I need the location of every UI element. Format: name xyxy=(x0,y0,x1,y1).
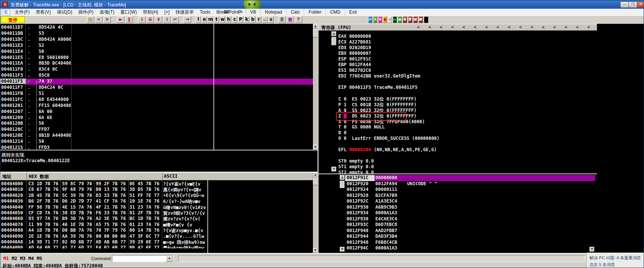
disasm-row[interactable]: 00401215.│FFD3call ebx└EnableWindow xyxy=(0,145,313,150)
windows-window-button[interactable]: w xyxy=(220,16,225,23)
dump-row[interactable]: 0040407011 99 7B 7646 1E 7B 76A5 75 7B 7… xyxy=(0,222,313,228)
stack-row[interactable]: 0012F930A6B9C9B3 xyxy=(319,204,595,211)
chevron-left-icon[interactable]: < xyxy=(462,25,465,30)
more-windows-button[interactable]: ... xyxy=(262,16,268,23)
chevron-left-icon[interactable]: < xyxy=(440,25,442,30)
menu-shortcut-p[interactable]: P xyxy=(234,9,246,15)
help-icon[interactable]: ? xyxy=(295,16,302,23)
disasm-row[interactable]: 0040120C.│FFD7call edi └GetDlgItem xyxy=(0,127,313,133)
dump-row[interactable]: 0040406093 97 7A 76B9 3D 7A 76A2 3E 7B 7… xyxy=(0,216,313,222)
threads-window-button[interactable]: t xyxy=(214,16,219,23)
dump-row[interactable]: 00404050CF CD 7A 7638 ED 7B 76F6 33 7B 7… xyxy=(0,210,313,216)
scroll-down-icon[interactable]: ▼ xyxy=(331,167,336,172)
stack-row[interactable]: 0012F91C00000000 xyxy=(319,175,595,181)
chevron-left-icon[interactable]: < xyxy=(428,25,431,30)
m-tab-m4[interactable]: M4 xyxy=(28,256,34,261)
menu-item-2[interactable]: 调试(D) xyxy=(54,9,75,15)
chevron-left-icon[interactable]: < xyxy=(508,25,510,30)
plugin-updown-icon[interactable]: ⇅ xyxy=(373,16,377,23)
pause-icon[interactable]: ∥ xyxy=(125,16,133,23)
chevron-left-icon[interactable]: < xyxy=(542,25,544,30)
dump-row[interactable]: 00404000C3 1D 7B 7659 8C 79 7699 2F 7B 7… xyxy=(0,181,313,187)
m-tab-m1[interactable]: M1 xyxy=(3,256,9,261)
disasm-row[interactable]: 0040120E.│8B1D A440400mov ebx,dword ptr … xyxy=(0,133,313,139)
restart-icon[interactable]: « xyxy=(95,16,103,23)
patches-window-button[interactable]: P xyxy=(238,16,243,23)
step-into-icon[interactable]: ↓ xyxy=(138,16,146,23)
disasm-row[interactable]: 00401207.│6A 00push 0x0┌Enable = FALSE xyxy=(0,109,313,115)
references-window-button[interactable]: r xyxy=(256,16,261,23)
animate-over-icon[interactable]: ⇂ xyxy=(163,16,171,23)
register-line[interactable]: ECX A227B681 xyxy=(338,39,371,45)
plugin-binary-icon[interactable]: 010 xyxy=(393,16,397,23)
disasm-row[interactable]: 00401214.│50push eaxhWnd = NULL xyxy=(0,139,313,145)
disasm-row[interactable]: 004011F5✓┌74 37je short TraceMe.0040122E xyxy=(0,79,313,85)
register-line[interactable]: EFL 00000206 (NO,NB,NE,A,NS,PE,GE,G) xyxy=(338,147,437,152)
register-line[interactable]: EBX 00000007 xyxy=(338,51,371,56)
memory-window-button[interactable]: m xyxy=(208,16,213,23)
options-icon[interactable]: ≣ xyxy=(278,16,286,23)
stack-row[interactable]: 0012F928B2CFA7B9 xyxy=(319,193,595,199)
go-to-address-icon[interactable]: → xyxy=(184,16,191,23)
plugin-jie-icon[interactable]: 解 xyxy=(418,16,423,23)
executables-window-button[interactable]: e xyxy=(202,16,207,23)
menu-shortcut-exit[interactable]: Exit xyxy=(345,9,361,15)
source-window-button[interactable]: s xyxy=(268,16,274,23)
disasm-row[interactable]: 004011F7.│8D4C24 0Clea ecx,dword ptr ss:… xyxy=(0,85,313,91)
menu-item-8[interactable]: 快捷菜单 xyxy=(173,9,197,15)
chevron-left-icon[interactable]: < xyxy=(519,25,522,30)
register-line[interactable]: ESI 002702C6 xyxy=(338,68,371,73)
combo-dropdown-icon[interactable]: ▼ xyxy=(166,256,173,262)
plugin-a-icon[interactable]: A xyxy=(378,16,382,23)
register-line[interactable]: EAX 00000000 xyxy=(338,34,371,39)
menu-shortcut-notepad[interactable]: Notepad xyxy=(260,9,286,15)
chevron-left-icon[interactable]: < xyxy=(417,25,420,30)
animate-into-icon[interactable]: ↡ xyxy=(155,16,162,23)
run-icon[interactable]: ► xyxy=(117,16,124,23)
close-program-icon[interactable]: × xyxy=(103,16,111,23)
chevron-left-icon[interactable]: < xyxy=(496,25,499,30)
stack-row[interactable]: 0012F93CD6D7EBC8 xyxy=(319,222,595,228)
menu-item-7[interactable]: [+] xyxy=(161,9,173,15)
chevron-left-icon[interactable]: < xyxy=(576,25,579,30)
stack-row[interactable]: 0012F92400000111 xyxy=(319,187,595,193)
scroll-thumb[interactable] xyxy=(331,37,336,45)
popup-message-1[interactable]: 解决 PC 问题: 4 条重要消息 xyxy=(590,255,641,261)
appearance-icon[interactable]: ▦ xyxy=(286,16,294,23)
plugin-blank-icon[interactable] xyxy=(424,16,428,23)
minimize-button[interactable]: — xyxy=(620,2,629,8)
disasm-row[interactable]: 004011FB.│51push ecx┌String2 = A227B681 … xyxy=(0,91,313,97)
disasm-row[interactable]: 004011E5.E8 56010000call TraceMe.0040134… xyxy=(0,55,313,61)
dump-row[interactable]: 00404080A4 1D 7B 76D0 BB 7A 7670 7F 79 7… xyxy=(0,228,313,234)
disasm-row[interactable]: 004011E4.50push eax xyxy=(0,49,313,55)
dump-row[interactable]: 004040A014 3D 71 7702 8D 6B 77AD AB 6B 7… xyxy=(0,239,313,245)
plugin-target-icon[interactable]: ◎ xyxy=(388,16,392,23)
menu-shortcut-bp[interactable]: BP xyxy=(219,9,234,15)
cpu-window-button[interactable]: c xyxy=(232,16,237,23)
plugin-ai-icon[interactable]: 爱 xyxy=(408,16,412,23)
stack-row[interactable]: 0012F944DAD3F3B4 xyxy=(319,234,595,240)
disasm-row[interactable]: 004011F3.85C0test eax,eax xyxy=(0,73,313,79)
scroll-up-icon[interactable]: ▲ xyxy=(331,31,336,36)
register-line[interactable]: ST2 empty 0.0 xyxy=(338,170,374,174)
dump-row[interactable]: 004040902E 1E 7B 76AA 39 7B 7600 00 00 0… xyxy=(0,234,313,240)
handles-window-button[interactable]: h xyxy=(226,16,231,23)
menu-item-5[interactable]: 窗口(W) xyxy=(117,9,140,15)
disasm-row[interactable]: 004011EA.8B3D BC40400mov edi,dword ptr d… xyxy=(0,60,313,67)
plugin-save-icon[interactable]: ▣ xyxy=(398,16,402,23)
dump-row[interactable]: 00404040FF 98 7B 764E 15 7A 764F 21 7B 7… xyxy=(0,204,313,211)
register-line[interactable]: EDI 776E42BB user32.GetDlgItem xyxy=(338,73,420,79)
stack-row[interactable]: 0012F938E4CAE3C4 xyxy=(319,216,595,222)
execute-till-return-icon[interactable]: ↵ xyxy=(171,16,179,23)
chevron-left-icon[interactable]: < xyxy=(565,25,567,30)
menu-item-6[interactable]: 帮助(H) xyxy=(140,9,162,15)
menu-item-4[interactable]: 选项(T) xyxy=(96,9,117,15)
dump-row[interactable]: 00404010C8 67 7B 769F 68 79 76D0 13 7B 7… xyxy=(0,187,313,193)
breakpoints-window-button[interactable]: b xyxy=(250,16,255,23)
chevron-left-icon[interactable]: < xyxy=(451,25,454,30)
stack-row[interactable]: 0012F92CA1A3E3C4 xyxy=(319,198,595,204)
chevron-left-icon[interactable]: < xyxy=(553,25,556,30)
disasm-row[interactable]: 004011FC.│68 E4544000push TraceMe.004054… xyxy=(0,97,313,103)
register-line[interactable]: EDX 02020D19 xyxy=(338,45,371,50)
close-button[interactable]: ✕ xyxy=(637,2,644,8)
